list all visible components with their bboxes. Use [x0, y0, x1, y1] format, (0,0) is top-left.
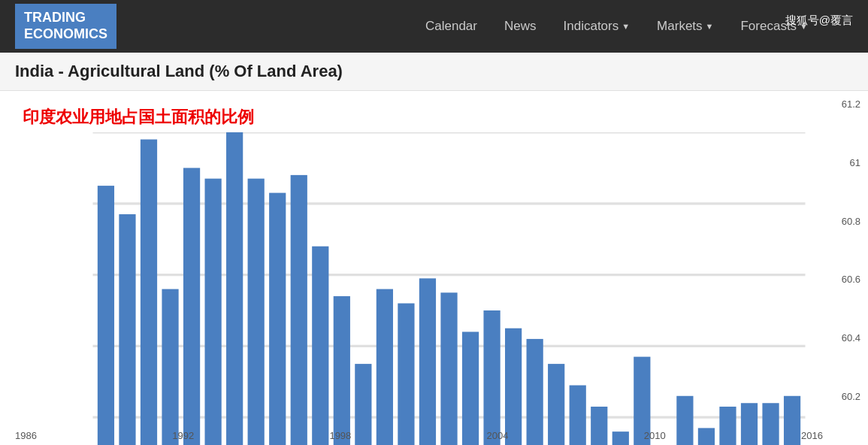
- bar-chart: [15, 132, 868, 445]
- svg-rect-24: [483, 310, 500, 445]
- markets-arrow-icon: ▼: [706, 22, 714, 31]
- svg-rect-17: [334, 296, 350, 445]
- x-label-0: 1986: [15, 430, 37, 441]
- chinese-subtitle: 印度农业用地占国土面积的比例: [23, 106, 254, 129]
- logo[interactable]: TRADING ECONOMICS: [15, 4, 116, 48]
- svg-rect-15: [291, 175, 307, 445]
- navbar: TRADING ECONOMICS Calendar News Indicato…: [0, 0, 868, 53]
- svg-rect-20: [398, 304, 414, 445]
- svg-rect-23: [462, 331, 479, 445]
- x-axis: 1986 1992 1998 2004 2010 2016: [15, 430, 823, 441]
- svg-rect-25: [505, 328, 522, 445]
- nav-news[interactable]: News: [504, 19, 537, 34]
- svg-rect-14: [269, 193, 286, 445]
- svg-rect-13: [248, 179, 265, 445]
- nav-calendar[interactable]: Calendar: [425, 19, 477, 34]
- svg-rect-26: [527, 339, 543, 445]
- svg-rect-7: [119, 214, 135, 445]
- indicators-arrow-icon: ▼: [622, 22, 630, 31]
- nav-indicators[interactable]: Indicators ▼: [564, 19, 631, 34]
- page-title: India - Agricultural Land (% Of Land Are…: [15, 62, 853, 81]
- x-label-5: 2016: [801, 430, 823, 441]
- y-label-0: 61.2: [842, 98, 860, 110]
- svg-rect-12: [226, 132, 243, 445]
- nav-markets[interactable]: Markets ▼: [657, 19, 713, 34]
- svg-rect-19: [377, 289, 393, 445]
- chart-container: 印度农业用地占国土面积的比例 61.2 61 60.8 60.6 60.4 60…: [0, 91, 868, 445]
- x-label-4: 2010: [644, 430, 666, 441]
- page-title-bar: India - Agricultural Land (% Of Land Are…: [0, 53, 868, 91]
- x-label-2: 1998: [329, 430, 351, 441]
- x-label-1: 1992: [172, 430, 194, 441]
- watermark: 搜狐号@覆言: [785, 14, 853, 28]
- x-label-3: 2004: [487, 430, 509, 441]
- svg-rect-16: [312, 247, 328, 445]
- svg-rect-8: [141, 139, 157, 445]
- svg-rect-6: [98, 186, 114, 445]
- svg-rect-21: [419, 278, 436, 445]
- svg-rect-9: [162, 289, 178, 445]
- nav-links: Calendar News Indicators ▼ Markets ▼ For…: [425, 19, 808, 34]
- svg-rect-11: [204, 179, 221, 445]
- svg-rect-10: [183, 168, 200, 445]
- logo-text: TRADING ECONOMICS: [24, 10, 107, 42]
- svg-rect-22: [440, 292, 457, 445]
